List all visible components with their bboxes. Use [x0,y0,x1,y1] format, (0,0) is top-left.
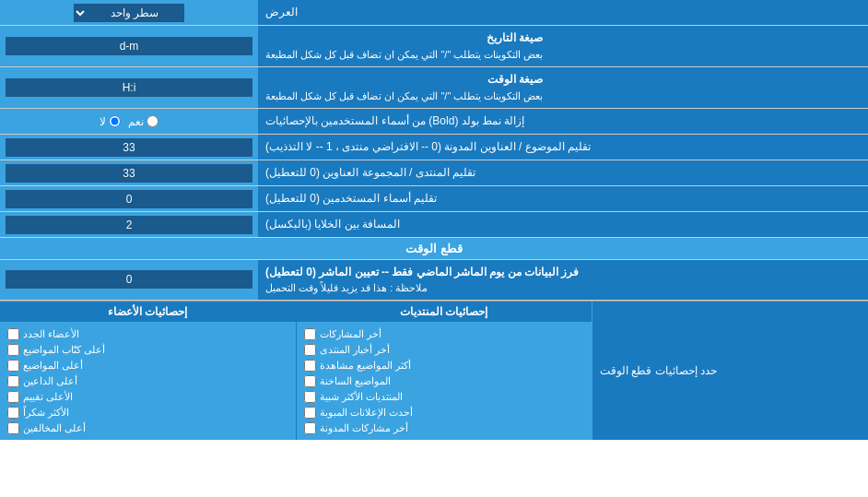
list-item: الأكثر شكراً [7,405,288,420]
time-format-row: صيغة الوقت بعض التكوينات يتطلب "/" التي … [0,67,868,109]
trim-forum-input[interactable] [6,164,252,183]
list-item: المنتديات الأكثر شبية [304,389,585,405]
cell-spacing-row: المسافة بين الخلايا (بالبكسل) [0,212,868,238]
list-item: أكثر المواضيع مشاهدة [304,358,585,373]
realtime-data-label: فرز البيانات من يوم الماشر الماضي فقط --… [258,260,868,300]
list-item: الأعضاء الجدد [7,326,288,342]
bold-remove-radio-cell: نعم لا [0,109,258,134]
checkbox-item[interactable] [7,328,19,340]
list-item: أخر مشاركات المدونة [304,420,585,436]
list-item: الأعلى تقييم [7,389,288,405]
trim-forum-label: تقليم المنتدى / المجموعة العناوين (0 للت… [258,160,868,185]
trim-users-row: تقليم أسماء المستخدمين (0 للتعطيل) [0,186,868,212]
checkbox-item[interactable] [304,360,316,372]
trim-users-input-cell [0,186,258,211]
checkbox-item[interactable] [7,344,19,356]
cell-spacing-label: المسافة بين الخلايا (بالبكسل) [258,212,868,237]
trim-subject-input-cell [0,135,258,160]
time-format-input-cell [0,67,258,108]
bold-remove-label: إزالة نمط بولد (Bold) من أسماء المستخدمي… [258,109,868,134]
checkbox-item[interactable] [304,344,316,356]
checkbox-item[interactable] [304,422,316,434]
header-label: العرض [258,0,868,25]
checkbox-section: حدد إحصائيات قطع الوقت إحصائيات المنتديا… [0,301,868,440]
realtime-input[interactable] [6,270,252,289]
list-item: أعلى الداعين [7,373,288,389]
realtime-section-header: قطع الوقت [0,238,868,260]
date-format-row: صيغة التاريخ بعض التكوينات يتطلب "/" الت… [0,26,868,67]
checkbox-item[interactable] [7,375,19,387]
bold-remove-row: إزالة نمط بولد (Bold) من أسماء المستخدمي… [0,109,868,135]
cell-spacing-input[interactable] [6,216,252,234]
checkbox-item[interactable] [7,391,19,403]
col1-header: إحصائيات الأعضاء [0,302,296,323]
trim-users-input[interactable] [6,190,252,208]
col2-items: أخر المشاركات أخر أخبار المنتدى أكثر الم… [297,323,592,440]
list-item: أخر أخبار المنتدى [304,342,585,358]
realtime-data-row: فرز البيانات من يوم الماشر الماضي فقط --… [0,260,868,301]
radio-no[interactable] [109,115,121,127]
list-item: أخر المشاركات [304,326,585,342]
col1-items: الأعضاء الجدد أعلى كتّاب المواضيع أعلى ا… [0,323,296,440]
checkbox-item[interactable] [7,360,19,372]
list-item: أحدث الإعلانات المبوبة [304,405,585,420]
header-row: العرض سطر واحد سطرين ثلاثة أسطر [0,0,868,26]
checkbox-item[interactable] [304,407,316,419]
cell-spacing-input-cell [0,212,258,237]
trim-subject-input[interactable] [6,138,252,157]
radio-yes-label[interactable]: نعم [128,115,158,128]
trim-subject-label: تقليم الموضوع / العناوين المدونة (0 -- ا… [258,135,868,160]
radio-no-label[interactable]: لا [100,115,121,128]
col1-container: إحصائيات الأعضاء الأعضاء الجدد أعلى كتّا… [0,302,297,440]
checkbox-item[interactable] [7,422,19,434]
checkbox-item[interactable] [304,375,316,387]
radio-yes[interactable] [147,115,158,127]
trim-subject-row: تقليم الموضوع / العناوين المدونة (0 -- ا… [0,135,868,160]
limit-label: حدد إحصائيات قطع الوقت [592,302,868,440]
col2-container: إحصائيات المنتديات أخر المشاركات أخر أخب… [297,302,592,440]
main-container: العرض سطر واحد سطرين ثلاثة أسطر صيغة الت… [0,0,868,440]
trim-users-label: تقليم أسماء المستخدمين (0 للتعطيل) [258,186,868,211]
checkbox-item[interactable] [304,391,316,403]
time-format-label: صيغة الوقت بعض التكوينات يتطلب "/" التي … [258,67,868,108]
list-item: أعلى المخالفين [7,420,288,436]
trim-forum-input-cell [0,160,258,185]
list-item: أعلى كتّاب المواضيع [7,342,288,358]
checkbox-item[interactable] [304,328,316,340]
trim-forum-row: تقليم المنتدى / المجموعة العناوين (0 للت… [0,160,868,186]
date-format-input[interactable] [6,37,252,55]
list-item: المواضيع الساخنة [304,373,585,389]
col2-header: إحصائيات المنتديات [297,302,592,323]
list-item: أعلى المواضيع [7,358,288,373]
date-format-input-cell [0,26,258,66]
checkbox-item[interactable] [7,407,19,419]
select-cell: سطر واحد سطرين ثلاثة أسطر [0,0,258,25]
date-format-label: صيغة التاريخ بعض التكوينات يتطلب "/" الت… [258,26,868,66]
realtime-input-cell [0,260,258,300]
display-select[interactable]: سطر واحد سطرين ثلاثة أسطر [74,4,184,22]
time-format-input[interactable] [6,78,252,97]
